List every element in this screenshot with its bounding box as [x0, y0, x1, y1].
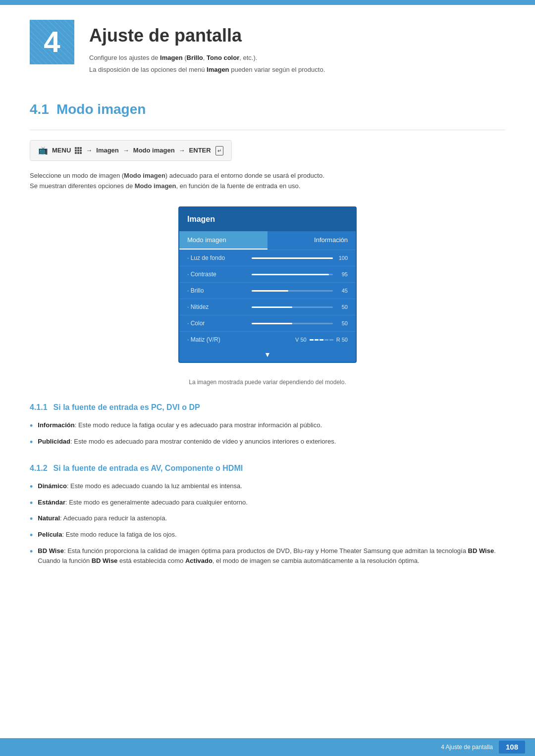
desc-line2-pre: Se muestran diferentes opciones de [30, 182, 135, 190]
desc-line2-post: , en función de la fuente de entrada en … [176, 182, 301, 190]
row3-fill [252, 306, 292, 308]
subtitle2-post: pueden variar según el producto. [229, 66, 325, 73]
matiz-label: · Matiz (V/R) [187, 335, 295, 344]
seg4 [324, 339, 328, 341]
subsection2-list: • Dinámico: Este modo es adecuado cuando… [30, 481, 505, 566]
row2-label: · Brillo [187, 286, 252, 295]
bullet-icon: • [30, 482, 33, 493]
section-title: Modo imagen [56, 99, 146, 120]
bullet-icon: • [30, 437, 33, 448]
main-content: 4.1 Modo imagen 📺 MENU → Imagen → Modo i… [0, 84, 535, 606]
seg2 [315, 339, 319, 341]
row2-value: 45 [336, 287, 348, 295]
row2-bar: 45 [252, 287, 348, 295]
chapter-header: 4 Ajuste de pantalla Configure los ajust… [0, 5, 535, 84]
list-item: • Información: Este modo reduce la fatig… [30, 420, 505, 432]
row0-label: · Luz de fondo [187, 253, 252, 262]
arrow2: → [123, 146, 129, 155]
image-caption: La imagen mostrada puede variar dependie… [30, 378, 505, 387]
row3-bar: 50 [252, 303, 348, 311]
row1-label: · Contraste [187, 270, 252, 279]
row4-label: · Color [187, 319, 252, 328]
row1-bar: 95 [252, 270, 348, 279]
footer: 4 Ajuste de pantalla 108 [0, 738, 535, 756]
mockup-top-row: Modo imagen Información [179, 231, 356, 250]
row3-value: 50 [336, 303, 348, 311]
bullet-text: Película: Este modo reduce la fatiga de … [38, 530, 176, 541]
menu-grid-icon [75, 147, 82, 154]
menu-path: 📺 MENU → Imagen → Modo imagen → ENTER↵ [30, 140, 232, 161]
row3-label: · Nitidez [187, 302, 252, 311]
subtitle1-pre: Configure los ajustes de [89, 54, 160, 61]
bullet-text: Dinámico: Este modo es adecuado cuando l… [38, 481, 242, 493]
subsection2-number: 4.1.2 [30, 462, 48, 474]
bullet-text: BD Wise: Esta función proporciona la cal… [38, 546, 505, 567]
enter-icon: ↵ [215, 146, 223, 155]
row1-value: 95 [336, 270, 348, 279]
menu-row-1: · Contraste 95 [179, 266, 356, 282]
mockup-header: Imagen [179, 207, 356, 231]
row1-fill [252, 274, 329, 275]
footer-left-text: 4 Ajuste de pantalla [441, 743, 493, 752]
subtitle1-bold2: Brillo [187, 54, 203, 61]
desc-line1-pre: Seleccione un modo de imagen ( [30, 172, 124, 179]
divider1 [30, 130, 505, 130]
seg3 [320, 339, 323, 341]
header-bar [0, 0, 535, 5]
subsection1-title: Si la fuente de entrada es PC, DVI o DP [54, 402, 200, 413]
desc-line1-post: ) adecuado para el entorno donde se usar… [165, 172, 324, 179]
list-item: • Publicidad: Este modo es adecuado para… [30, 437, 505, 448]
row0-bar: 100 [252, 254, 348, 262]
row2-fill [252, 290, 288, 292]
row0-track [252, 257, 333, 259]
enter-label: ENTER [189, 146, 211, 155]
bullet-icon: • [30, 514, 33, 525]
chapter-title-block: Ajuste de pantalla Configure los ajustes… [89, 20, 325, 74]
bullet-text: Publicidad: Este modo es adecuado para m… [38, 437, 336, 448]
chapter-subtitle2: La disposición de las opciones del menú … [89, 65, 325, 75]
chapter-number-box: 4 [30, 20, 74, 64]
screen-container: Imagen Modo imagen Información · Luz de … [30, 206, 505, 363]
desc-line1-bold: Modo imagen [124, 172, 165, 179]
seg1 [310, 339, 314, 341]
menu-row-3: · Nitidez 50 [179, 299, 356, 315]
subtitle1-mid2: , [203, 54, 207, 61]
bullet-icon: • [30, 547, 33, 567]
arrow3: → [179, 146, 185, 155]
row1-track [252, 274, 333, 275]
subsection2-heading: 4.1.2 Si la fuente de entrada es AV, Com… [30, 462, 505, 474]
matiz-right: R 50 [336, 336, 348, 344]
arrow-down-icon: ▼ [264, 350, 271, 360]
row0-value: 100 [336, 254, 348, 262]
matiz-left: V 50 [295, 336, 307, 344]
menu-row-2: · Brillo 45 [179, 282, 356, 299]
bullet-icon: • [30, 530, 33, 541]
menu-bottom: ▼ [179, 348, 356, 362]
bullet-icon: • [30, 421, 33, 432]
subtitle1-post: , etc.). [239, 54, 257, 61]
list-item: • Película: Este modo reduce la fatiga d… [30, 530, 505, 541]
section-number: 4.1 [30, 99, 49, 120]
row4-fill [252, 323, 292, 324]
list-item: • BD Wise: Esta función proporciona la c… [30, 546, 505, 567]
subsection1-number: 4.1.1 [30, 402, 48, 413]
matiz-values: V 50 R 50 [295, 336, 348, 344]
menu-row-matiz: · Matiz (V/R) V 50 R 50 [179, 331, 356, 348]
list-item: • Estándar: Este modo es generalmente ad… [30, 498, 505, 509]
chapter-subtitle1: Configure los ajustes de Imagen (Brillo,… [89, 53, 325, 63]
list-item: • Dinámico: Este modo es adecuado cuando… [30, 481, 505, 493]
subtitle2-pre: La disposición de las opciones del menú [89, 66, 207, 73]
subtitle1-bold1: Imagen [160, 54, 183, 61]
menu-mockup: Imagen Modo imagen Información · Luz de … [178, 206, 357, 363]
bullet-text: Estándar: Este modo es generalmente adec… [38, 498, 248, 509]
menu-row-0: · Luz de fondo 100 [179, 250, 356, 266]
arrow1: → [86, 146, 92, 155]
row4-track [252, 323, 333, 324]
subtitle1-mid: ( [183, 54, 187, 61]
bullet-text: Natural: Adecuado para reducir la asteno… [38, 513, 167, 525]
row4-value: 50 [336, 319, 348, 328]
subsection1-heading: 4.1.1 Si la fuente de entrada es PC, DVI… [30, 402, 505, 413]
mockup-col1: Modo imagen [179, 231, 268, 250]
matiz-bar [310, 339, 333, 341]
row4-bar: 50 [252, 319, 348, 328]
